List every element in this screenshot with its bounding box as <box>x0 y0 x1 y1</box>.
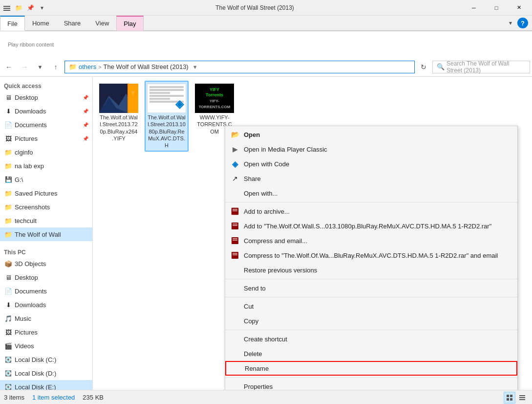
ctx-compress-to-email[interactable]: Compress to "The.Wolf.Of.Wa...BluRay.ReM… <box>225 248 517 263</box>
ctx-code-icon: ◈ <box>230 159 240 169</box>
svg-rect-25 <box>519 397 525 398</box>
sidebar-item-local-d[interactable]: 💽 Local Disk (D:) <box>0 366 92 380</box>
ctx-create-shortcut[interactable]: Create shortcut <box>225 332 517 346</box>
close-button[interactable]: ✕ <box>508 0 530 16</box>
ctx-archive-icon-3 <box>230 236 240 245</box>
ctx-share-icon: ↗ <box>230 175 240 182</box>
ctx-add-to-rar[interactable]: Add to "The.Wolf.Of.Wall.S...013.1080p.B… <box>225 219 517 233</box>
pictures-pc-icon: 🖼 <box>4 329 13 336</box>
file-item-video[interactable]: The.Wolf.of.Wall.Street.2013.720p.BluRay… <box>97 81 141 152</box>
sidebar-item-documents[interactable]: 📄 Documents 📌 <box>0 118 92 132</box>
desktop-icon: 🖥 <box>4 94 13 101</box>
sidebar-label-videos: Videos <box>15 342 34 350</box>
help-button[interactable]: ? <box>517 18 528 28</box>
sidebar-item-wolfofwall[interactable]: 📁 The Wolf of Wall <box>0 227 92 241</box>
ctx-copy[interactable]: Copy <box>225 314 517 328</box>
svg-rect-10 <box>233 210 237 211</box>
sidebar-label-downloads: Downloads <box>15 108 46 115</box>
ctx-share[interactable]: ↗ Share <box>225 171 517 186</box>
this-pc-heading: This PC <box>0 245 92 257</box>
ribbon-chevron[interactable]: ▾ <box>506 18 515 28</box>
sidebar-item-3dobjects[interactable]: 📦 3D Objects <box>0 257 92 270</box>
sidebar-item-nalabexp[interactable]: 📁 na lab exp <box>0 159 92 173</box>
dropdown-icon[interactable]: ▾ <box>37 3 47 13</box>
sidebar-item-downloads[interactable]: ⬇ Downloads 📌 <box>0 104 92 118</box>
sidebar-item-pictures[interactable]: 🖼 Pictures 📌 <box>0 132 92 145</box>
ribbon: File Home Share View Play ▾ ? <box>0 16 532 31</box>
sidebar-item-techcult[interactable]: 📁 techcult <box>0 214 92 227</box>
up-button[interactable]: ↑ <box>49 60 63 74</box>
ctx-compress-email[interactable]: Compress and email... <box>225 233 517 248</box>
tab-play[interactable]: Play <box>116 16 143 31</box>
ctx-divider-1 <box>225 202 517 202</box>
ctx-delete[interactable]: Delete <box>225 346 517 361</box>
file-item-document[interactable]: ◈ The.Wolf.of.Wall.Street.2013.1080p.Blu… <box>145 81 189 152</box>
sidebar-item-saved-pictures[interactable]: 📁 Saved Pictures <box>0 186 92 200</box>
search-box[interactable]: 🔍 Search The Wolf of Wall Street (2013) <box>432 61 530 73</box>
svg-rect-13 <box>233 225 237 226</box>
status-size: 235 KB <box>83 394 104 401</box>
svg-rect-16 <box>233 240 237 241</box>
torrent-logo: YIFYTorrentsYIFY-TORRENTS.COM <box>195 87 234 110</box>
view-list-button[interactable] <box>516 392 528 404</box>
ctx-add-archive[interactable]: Add to archive... <box>225 204 517 219</box>
quick-access-toolbar[interactable] <box>2 3 12 13</box>
recent-locations-button[interactable]: ▼ <box>33 60 47 74</box>
ctx-open-code-label: Open with Code <box>244 160 289 168</box>
sidebar-item-clginfo[interactable]: 📁 clginfo <box>0 145 92 159</box>
ctx-rename-label: Rename <box>245 365 269 372</box>
doc-line-3 <box>149 92 170 94</box>
ctx-send-to[interactable]: Send to <box>225 281 517 295</box>
ctx-divider-2 <box>225 279 517 279</box>
forward-button[interactable]: → <box>18 60 31 74</box>
maximize-button[interactable]: □ <box>485 0 508 16</box>
disk-d-icon: 💽 <box>4 370 13 377</box>
view-grid-button[interactable] <box>504 392 515 404</box>
back-button[interactable]: ← <box>2 60 16 74</box>
threedobjects-icon: 📦 <box>4 260 13 268</box>
ribbon-tabs: File Home Share View Play ▾ ? <box>0 16 532 30</box>
ctx-restore-versions[interactable]: Restore previous versions <box>225 263 517 277</box>
refresh-button[interactable]: ↻ <box>417 60 430 74</box>
minimize-button[interactable]: ─ <box>463 0 485 16</box>
sidebar-item-music[interactable]: 🎵 Music <box>0 312 92 325</box>
title-bar: 📁 📌 ▾ The Wolf of Wall Street (2013) ─ □… <box>0 0 532 16</box>
address-separator: > <box>98 64 101 70</box>
tab-share[interactable]: Share <box>57 16 88 30</box>
folder-icon-saved: 📁 <box>4 190 13 197</box>
sidebar-item-downloads-pc[interactable]: ⬇ Downloads <box>0 298 92 312</box>
file-thumb-torrent: YIFYTorrentsYIFY-TORRENTS.COM <box>195 84 234 113</box>
sidebar-item-documents-pc[interactable]: 📄 Documents <box>0 284 92 298</box>
tab-file[interactable]: File <box>0 16 25 31</box>
doc-line-2 <box>149 89 184 91</box>
svg-rect-12 <box>233 224 237 224</box>
ctx-open-with[interactable]: Open with... <box>225 186 517 201</box>
ctx-compress-to-email-label: Compress to "The.Wolf.Of.Wa...BluRay.ReM… <box>244 252 498 259</box>
ctx-open-media[interactable]: ▶ Open in Media Player Classic <box>225 142 517 157</box>
ctx-open-code[interactable]: ◈ Open with Code <box>225 157 517 171</box>
ctx-rename[interactable]: Rename <box>225 361 517 376</box>
sidebar-item-desktop[interactable]: 🖥 Desktop 📌 <box>0 90 92 104</box>
sidebar-item-g[interactable]: 💾 G:\ <box>0 173 92 186</box>
sidebar-item-local-c[interactable]: 💽 Local Disk (C:) <box>0 353 92 366</box>
ctx-cut[interactable]: Cut <box>225 299 517 314</box>
sidebar-item-pictures-pc[interactable]: 🖼 Pictures <box>0 325 92 339</box>
address-dropdown[interactable]: ▼ <box>192 64 198 70</box>
sidebar-item-videos[interactable]: 🎬 Videos <box>0 339 92 353</box>
search-placeholder: Search The Wolf of Wall Street (2013) <box>447 60 526 74</box>
pin-icon: 📌 <box>83 95 88 100</box>
ctx-properties[interactable]: Properties <box>225 379 517 390</box>
tab-view[interactable]: View <box>88 16 116 30</box>
ctx-open[interactable]: 📂 Open <box>225 127 517 142</box>
sidebar-item-screenshots[interactable]: 📁 Screenshots <box>0 200 92 214</box>
svg-rect-21 <box>510 395 512 397</box>
pin-icon[interactable]: 📌 <box>25 3 35 13</box>
ctx-add-to-rar-label: Add to "The.Wolf.Of.Wall.S...013.1080p.B… <box>244 223 491 230</box>
video-thumbnail <box>99 84 138 113</box>
address-box[interactable]: 📁 others > The Wolf of Wall Street (2013… <box>64 61 415 73</box>
sidebar-item-local-e[interactable]: 💽 Local Disk (E:) <box>0 380 92 390</box>
tab-home[interactable]: Home <box>25 16 57 30</box>
sidebar-item-desktop-pc[interactable]: 🖥 Desktop <box>0 270 92 284</box>
ctx-copy-label: Copy <box>244 317 258 325</box>
documents-pc-icon: 📄 <box>4 288 13 295</box>
